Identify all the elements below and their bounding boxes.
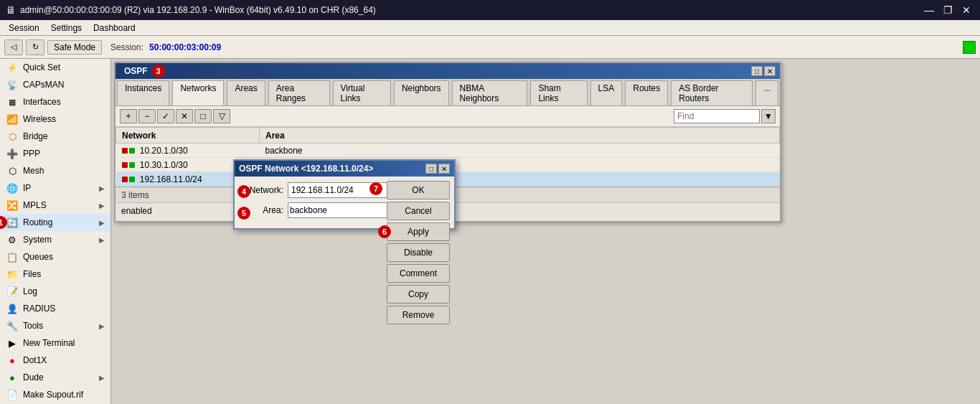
sidebar-item-bridge[interactable]: ⬡ Bridge [0,128,110,145]
mpls-arrow: ▶ [99,202,105,210]
menu-settings[interactable]: Settings [45,22,88,34]
sidebar-item-dot1x[interactable]: ● Dot1X [0,352,110,369]
area-cell-1: backbone [260,144,780,158]
dude-arrow: ▶ [99,374,105,382]
tab-area-ranges[interactable]: Area Ranges [268,80,330,105]
tab-areas[interactable]: Areas [227,80,265,105]
sidebar-item-ppp[interactable]: ➕ PPP [0,145,110,162]
sidebar-item-mesh[interactable]: ⬡ Mesh [0,162,110,179]
copy-button[interactable]: Copy [387,285,450,304]
label-5: 5 [237,207,250,220]
disable-button[interactable]: Disable [387,243,450,262]
tab-networks[interactable]: Networks [172,80,224,105]
ok-button[interactable]: OK [387,181,450,199]
item-count: 3 items [121,190,149,200]
main-layout: ⚡ Quick Set 📡 CAPsMAN ▦ Interfaces 📶 Wir… [0,59,980,404]
sidebar-item-files[interactable]: 📁 Files [0,266,110,283]
routing-arrow: ▶ [99,219,105,227]
sidebar-item-new-terminal[interactable]: ▶ New Terminal [0,334,110,352]
tab-neighbors[interactable]: Neighbors [394,80,449,105]
queues-icon: 📋 [6,250,19,263]
sidebar-item-system[interactable]: ⚙ System ▶ [0,231,110,248]
label-4: 4 [237,185,250,198]
sidebar-item-dude[interactable]: ● Dude ▶ [0,369,110,386]
radius-icon: 👤 [6,302,19,315]
sub-window-title: OSPF Network <192.168.11.0/24> □ ✕ [235,161,454,177]
ospf-title-text: OSPF [124,66,148,76]
ospf-title-bar: OSPF 3 □ ✕ [116,63,780,79]
routing-icon: 🔄 [6,216,19,229]
sub-minimize-btn[interactable]: □ [425,164,437,174]
tab-lsa[interactable]: LSA [590,80,623,105]
ospf-close-btn[interactable]: ✕ [764,66,776,76]
main-toolbar: ◁ ↻ Safe Mode Session: 50:00:00:03:00:09 [0,36,980,59]
title-bar: 🖥 admin@50:00:00:03:00:09 (R2) via 192.1… [0,0,980,20]
tab-as-border-routers[interactable]: AS Border Routers [671,80,753,105]
menu-dashboard[interactable]: Dashboard [88,22,141,34]
sidebar-item-ip[interactable]: 🌐 IP ▶ [0,179,110,197]
window-controls[interactable]: — ❐ ✕ [921,2,974,18]
tab-instances[interactable]: Instances [117,80,169,105]
connection-indicator [963,41,976,54]
ospf-window-controls[interactable]: □ ✕ [751,66,776,76]
comment-button[interactable]: Comment [387,264,450,283]
sidebar-item-wireless[interactable]: 📶 Wireless [0,111,110,128]
add-btn[interactable]: + [120,109,137,123]
disable-btn[interactable]: ✕ [176,109,193,123]
sidebar-item-quickset[interactable]: ⚡ Quick Set [0,59,110,76]
sidebar-item-tools[interactable]: 🔧 Tools ▶ [0,317,110,334]
maximize-button[interactable]: ❐ [940,2,956,18]
capsman-icon: 📡 [6,78,19,91]
terminal-icon: ▶ [6,337,19,349]
menu-bar: Session Settings Dashboard [0,20,980,36]
sidebar-item-interfaces[interactable]: ▦ Interfaces [0,93,110,111]
move-btn[interactable]: □ [194,109,212,123]
enable-btn[interactable]: ✓ [157,109,174,123]
quickset-icon: ⚡ [6,61,19,74]
sidebar-item-capsman[interactable]: 📡 CAPsMAN [0,76,110,93]
safe-mode-button[interactable]: Safe Mode [47,40,102,55]
tab-routes[interactable]: Routes [625,80,668,105]
interfaces-icon: ▦ [6,95,19,108]
find-dropdown-arrow[interactable]: ▼ [761,109,776,123]
session-value: 50:00:00:03:00:09 [149,42,221,52]
remove-btn[interactable]: − [138,109,156,123]
dude-icon: ● [6,371,19,384]
sidebar-item-mpls[interactable]: 🔀 MPLS ▶ [0,197,110,214]
bridge-icon: ⬡ [6,130,19,143]
tools-arrow: ▶ [99,322,105,330]
remove-button[interactable]: Remove [387,306,450,324]
tab-nbma-neighbors[interactable]: NBMA Neighbors [452,80,528,105]
ppp-icon: ➕ [6,147,19,160]
wireless-icon: 📶 [6,113,19,126]
dot1x-icon: ● [6,354,19,367]
sidebar-item-radius[interactable]: 👤 RADIUS [0,300,110,317]
tab-more[interactable]: ... [755,80,778,105]
filter-btn[interactable]: ▽ [213,109,230,123]
back-button[interactable]: ◁ [4,39,23,55]
system-icon: ⚙ [6,233,19,246]
supout-icon: 📄 [6,388,19,401]
content-area: OSPF 3 □ ✕ Instances Networks Areas Area… [111,59,980,404]
sub-close-btn[interactable]: ✕ [438,164,450,174]
tab-virtual-links[interactable]: Virtual Links [333,80,391,105]
ospf-minimize-btn[interactable]: □ [751,66,763,76]
sidebar-item-queues[interactable]: 📋 Queues [0,248,110,266]
sidebar-item-supout[interactable]: 📄 Make Supout.rif [0,386,110,403]
close-button[interactable]: ✕ [958,2,974,18]
table-row[interactable]: 10.20.1.0/30 backbone [116,144,780,158]
ip-arrow: ▶ [99,184,105,192]
cancel-button[interactable]: Cancel [387,202,450,220]
col-network: Network [116,128,260,144]
sidebar-item-routing[interactable]: 🔄 Routing ▶ 1 [0,214,110,231]
sub-buttons: OK Cancel Apply 6 Disable Comment Copy R… [387,181,450,324]
menu-session[interactable]: Session [3,22,45,34]
apply-button[interactable]: Apply [387,222,450,241]
col-area: Area [260,128,780,144]
refresh-button[interactable]: ↻ [26,39,44,55]
sidebar-item-log[interactable]: 📝 Log [0,283,110,300]
tab-sham-links[interactable]: Sham Links [530,80,587,105]
minimize-button[interactable]: — [921,2,937,18]
find-input[interactable] [674,109,760,123]
label-7: 7 [369,182,382,195]
